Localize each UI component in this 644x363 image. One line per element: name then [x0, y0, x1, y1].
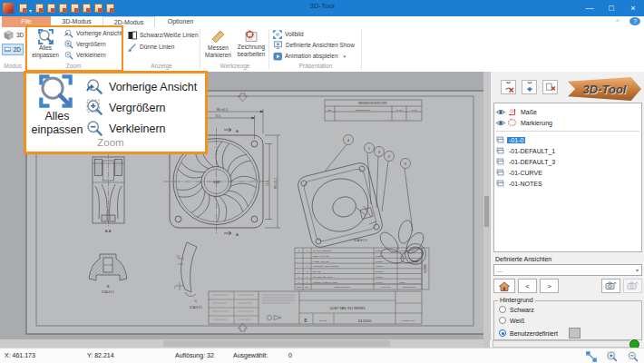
ribbon-play-animation-button[interactable]: Animation abspielen ▾: [273, 51, 346, 61]
custom-color-swatch[interactable]: [569, 328, 581, 338]
group-label-modus: Modus: [0, 63, 25, 69]
ribbon-fullscreen-button[interactable]: Vollbild: [273, 29, 304, 39]
tree-divider: [496, 131, 639, 132]
dim-right-inner: 71.5: [266, 181, 269, 186]
svg-text:SCALE 3:1: SCALE 3:1: [190, 306, 202, 309]
panel-tool-button-3[interactable]: [542, 80, 558, 94]
ribbon-3d-button[interactable]: 3D: [2, 29, 27, 41]
canvas-horizontal-scrollbar[interactable]: [0, 339, 483, 348]
remove-view-button[interactable]: [623, 279, 642, 293]
minimize-button[interactable]: —: [579, 0, 600, 16]
help-icon[interactable]: ?: [629, 17, 640, 25]
ribbon-thin-lines-button[interactable]: Dünne Linien: [128, 42, 174, 52]
right-sidebar: 3D-Tool Maße Markierung -01-0 -01-DEFAUL…: [490, 72, 644, 340]
canvas-vscroll-thumb[interactable]: [484, 196, 489, 227]
background-groupbox: Hintergrund Schwarz Weiß Benutzerdefinie…: [493, 300, 642, 340]
panel-tool-button-1[interactable]: [501, 80, 516, 94]
popup-fit-all-label[interactable]: Alles einpassen: [28, 110, 86, 137]
radio-selected-icon[interactable]: [499, 329, 506, 337]
popup-zoom-out-button[interactable]: Verkleinern: [86, 120, 166, 137]
layer-item-01-default-3[interactable]: -01-DEFAULT_3: [496, 156, 639, 167]
import-item-icon: [524, 82, 535, 93]
svg-text:1.5: 1.5: [176, 255, 180, 259]
canvas-vertical-scrollbar[interactable]: [483, 72, 490, 339]
background-option-weiss[interactable]: Weiß: [499, 317, 524, 324]
layer-icon: [496, 136, 504, 143]
popup-prev-view-button[interactable]: Vorherige Ansicht: [86, 78, 197, 95]
zoom-group-callout: Alles einpassen Vorherige Ansicht Vergrö…: [24, 71, 208, 154]
panel-tool-button-2[interactable]: [522, 80, 537, 94]
next-view-button[interactable]: >: [540, 279, 559, 293]
sheet-2d-icon: [5, 44, 11, 54]
layer-item-01-default-1[interactable]: -01-DEFAULT_1: [496, 145, 639, 156]
collapse-ribbon-icon[interactable]: ^: [611, 16, 624, 27]
svg-text:DESCRIPTION: DESCRIPTION: [356, 109, 371, 112]
svg-text:QTY: QTY: [305, 286, 309, 289]
radio-icon[interactable]: [499, 306, 506, 313]
background-option-benutzerdefiniert[interactable]: Benutzerdefiniert: [499, 328, 581, 338]
eye-icon[interactable]: [496, 109, 505, 115]
eye-icon[interactable]: [496, 120, 505, 126]
svg-text:SCALE: SCALE: [319, 319, 327, 321]
defined-views-dropdown[interactable]: ... ▾: [493, 264, 642, 276]
canvas-hscroll-thumb[interactable]: [163, 340, 390, 347]
layer-item-01-notes[interactable]: -01-NOTES: [496, 178, 639, 189]
svg-text:SPACER, BEARING: SPACER, BEARING: [313, 276, 333, 279]
tab-optionen[interactable]: Optionen: [155, 16, 206, 27]
popup-zoom-in-button[interactable]: Vergrößern: [86, 99, 166, 116]
layer-icon: [496, 180, 504, 187]
previous-view-button[interactable]: <: [518, 279, 537, 293]
layer-item-01-curve[interactable]: -01-CURVE: [496, 167, 639, 178]
title-bar: ▾ 3D-Tool — □ ×: [0, 0, 644, 16]
svg-text:612000: 612000: [424, 264, 427, 273]
panel-slider-track[interactable]: [493, 340, 630, 348]
status-selected-label: Ausgewählt:: [233, 352, 268, 358]
ribbon-bw-lines-button[interactable]: Schwarz/Weiße Linien: [128, 30, 199, 40]
svg-text:C: C: [195, 299, 198, 303]
status-zoom-out-button[interactable]: [627, 350, 639, 362]
svg-text:612311: 612311: [376, 255, 383, 258]
popup-group-label-zoom: Zoom: [79, 137, 142, 148]
status-fit-view-button[interactable]: [585, 350, 597, 362]
svg-text:611350: 611350: [376, 276, 383, 279]
animation-dropdown-caret-icon[interactable]: ▾: [344, 54, 346, 59]
svg-text:612511-4: 612511-4: [376, 265, 385, 268]
zoom-group-highlight: [25, 25, 123, 72]
svg-text:NMB: NMB: [213, 181, 220, 184]
svg-text:DATE: DATE: [396, 109, 403, 112]
group-label-anzeige: Anzeige: [128, 63, 195, 69]
svg-text:SCALE 2:3: SCALE 2:3: [354, 239, 367, 242]
home-view-button[interactable]: [493, 279, 515, 293]
tree-item-markierung[interactable]: Markierung: [496, 117, 639, 128]
status-zoom-in-button[interactable]: [606, 350, 618, 362]
svg-text:MOTOR, 'C' BRKT (FDS): MOTOR, 'C' BRKT (FDS): [313, 281, 337, 284]
ribbon-2d-button[interactable]: 2D: [2, 44, 24, 55]
layer-item-01-0[interactable]: -01-0: [496, 134, 639, 145]
tree-item-masse[interactable]: Maße: [496, 106, 639, 117]
svg-text:BOARD: BOARD: [313, 270, 321, 273]
ribbon-measure-button[interactable]: Messen Markieren: [203, 29, 233, 59]
background-option-schwarz[interactable]: Schwarz: [499, 306, 534, 313]
status-y-coordinate: Y: 82.214: [87, 352, 114, 358]
play-animation-icon: [273, 52, 282, 61]
delete-item-icon: [545, 82, 556, 93]
add-view-button[interactable]: [601, 279, 620, 293]
svg-text:DECAL, R/Z_OP: DECAL, R/Z_OP: [313, 255, 329, 258]
close-button[interactable]: ×: [622, 0, 644, 16]
radio-icon[interactable]: [499, 317, 506, 324]
svg-text:QUIET FAN, R11 SERIES: QUIET FAN, R11 SERIES: [329, 307, 366, 310]
svg-text:REV: REV: [327, 109, 332, 112]
status-bar: X: 461.173 Y: 82.214 Auflösung: 32 Ausge…: [0, 348, 644, 363]
layer-icon: [496, 147, 504, 154]
zoom-previous-icon: [86, 78, 103, 95]
ribbon-defined-views-show-button[interactable]: Definierte Ansichten Show: [273, 40, 355, 50]
3d-tool-window: ▾ 3D-Tool — □ × File 3D-Modus 2D-Modus O…: [0, 0, 644, 363]
dim-right-outer: 80 ±0.1: [274, 178, 278, 189]
popup-fit-all-button[interactable]: [39, 74, 73, 112]
ribbon-edit-drawing-button[interactable]: Zeichnung bearbeiten: [235, 29, 268, 58]
status-x-coordinate: X: 461.173: [5, 352, 35, 358]
maximize-button[interactable]: □: [600, 0, 622, 16]
zoom-in-icon: [86, 99, 103, 116]
structure-tree: Maße Markierung -01-0 -01-DEFAULT_1 -01-…: [493, 103, 642, 252]
bw-lines-icon: [128, 31, 137, 40]
